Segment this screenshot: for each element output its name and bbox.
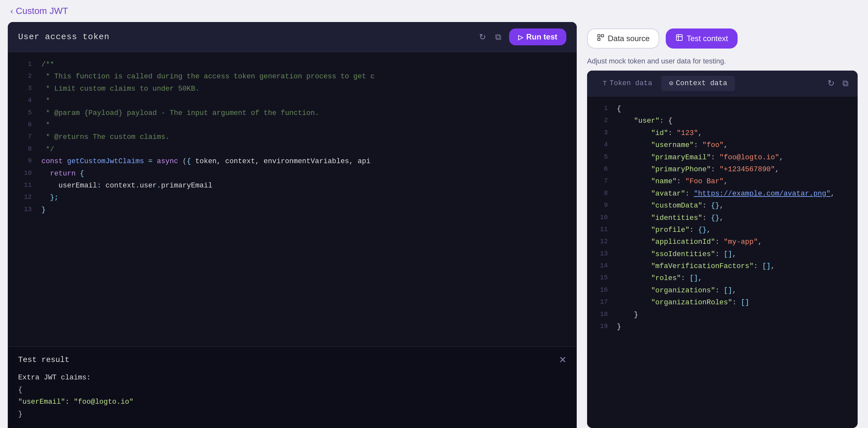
code-line: 5 * @param {Payload} payload - The input… bbox=[8, 107, 577, 119]
context-data-tab[interactable]: ⊙ Context data bbox=[661, 76, 735, 91]
code-line: 12 }; bbox=[8, 192, 577, 204]
right-code-viewer: ⊤ Token data ⊙ Context data ↻ ⧉ bbox=[587, 70, 858, 428]
code-line: 7 * @returns The custom claims. bbox=[8, 131, 577, 143]
json-line: 9 "customData": {}, bbox=[587, 200, 858, 212]
code-line: 13 } bbox=[8, 204, 577, 216]
page-title: Custom JWT bbox=[16, 6, 68, 16]
test-context-button[interactable]: Test context bbox=[666, 29, 738, 49]
editor-title: User access token bbox=[18, 32, 110, 42]
right-header-actions: ↻ ⧉ bbox=[826, 77, 850, 90]
token-data-tab[interactable]: ⊤ Token data bbox=[595, 76, 660, 91]
json-line: 3 "id": "123", bbox=[587, 127, 858, 139]
token-data-label: Token data bbox=[610, 79, 652, 87]
close-test-result-button[interactable]: ✕ bbox=[559, 355, 566, 365]
code-line: 3 * Limit custom claims to under 50KB. bbox=[8, 83, 577, 95]
code-line: 4 * bbox=[8, 95, 577, 107]
context-data-label: Context data bbox=[676, 79, 727, 87]
code-line: 8 */ bbox=[8, 144, 577, 155]
test-result-header: Test result ✕ bbox=[18, 355, 566, 365]
json-line: 14 "mfaVerificationFactors": [], bbox=[587, 260, 858, 272]
token-data-icon: ⊤ bbox=[602, 79, 607, 88]
json-line: 7 "name": "Foo Bar", bbox=[587, 176, 858, 187]
json-line: 15 "roles": [], bbox=[587, 272, 858, 284]
json-line: 2 "user": { bbox=[587, 115, 858, 127]
code-line: 11 userEmail: context.user.primaryEmail bbox=[8, 180, 577, 192]
test-result-title: Test result bbox=[18, 356, 69, 364]
refresh-icon: ↻ bbox=[479, 32, 486, 42]
json-line: 19 } bbox=[587, 321, 858, 333]
json-line: 13 "ssoIdentities": [], bbox=[587, 248, 858, 260]
right-refresh-button[interactable]: ↻ bbox=[826, 77, 836, 90]
right-refresh-icon: ↻ bbox=[828, 78, 835, 88]
json-line: 1 { bbox=[587, 103, 858, 115]
right-copy-button[interactable]: ⧉ bbox=[841, 77, 850, 90]
right-tabs: ⊤ Token data ⊙ Context data bbox=[595, 76, 735, 91]
json-line: 10 "identities": {}, bbox=[587, 212, 858, 224]
editor-actions: ↻ ⧉ Run test bbox=[478, 29, 566, 45]
context-data-icon: ⊙ bbox=[669, 79, 673, 88]
back-chevron-icon: ‹ bbox=[10, 6, 13, 16]
editor-header: User access token ↻ ⧉ Run test bbox=[8, 22, 577, 52]
svg-rect-2 bbox=[601, 35, 603, 37]
data-source-button[interactable]: Data source bbox=[587, 29, 659, 49]
json-line: 5 "primaryEmail": "foo@logto.io", bbox=[587, 152, 858, 163]
right-code-content[interactable]: 1 { 2 "user": { 3 "id": "123", 4 "userna… bbox=[587, 96, 858, 428]
data-source-icon bbox=[597, 34, 604, 43]
play-icon bbox=[518, 32, 523, 41]
code-line: 9 const getCustomJwtClaims = async ({ to… bbox=[8, 155, 577, 167]
run-test-label: Run test bbox=[526, 32, 557, 41]
json-line: 16 "organizations": [], bbox=[587, 284, 858, 297]
adjust-text: Adjust mock token and user data for test… bbox=[587, 54, 858, 70]
json-line: 11 "profile": {}, bbox=[587, 224, 858, 236]
code-line: 6 * bbox=[8, 119, 577, 131]
json-line: 12 "applicationId": "my-app", bbox=[587, 236, 858, 248]
json-line: 8 "avatar": "https://example.com/avatar.… bbox=[587, 188, 858, 200]
json-line: 6 "primaryPhone": "+1234567890", bbox=[587, 163, 858, 176]
top-nav: ‹ Custom JWT bbox=[0, 0, 868, 22]
left-panel: User access token ↻ ⧉ Run test 1 /** bbox=[8, 22, 577, 428]
test-context-icon bbox=[676, 34, 683, 43]
right-panel: Data source Test context Adjust mock tok… bbox=[577, 22, 868, 428]
close-icon: ✕ bbox=[559, 355, 566, 365]
test-result-content: Extra JWT claims: { "userEmail": "foo@lo… bbox=[18, 372, 566, 420]
svg-rect-0 bbox=[598, 35, 600, 37]
refresh-button[interactable]: ↻ bbox=[478, 31, 487, 43]
json-line: 17 "organizationRoles": [] bbox=[587, 297, 858, 309]
copy-button[interactable]: ⧉ bbox=[494, 31, 503, 43]
code-line: 10 return { bbox=[8, 168, 577, 180]
test-result-panel: Test result ✕ Extra JWT claims: { "userE… bbox=[8, 346, 577, 428]
right-code-header: ⊤ Token data ⊙ Context data ↻ ⧉ bbox=[587, 70, 858, 96]
svg-rect-1 bbox=[598, 38, 600, 40]
code-line: 1 /** bbox=[8, 59, 577, 70]
back-link[interactable]: ‹ Custom JWT bbox=[10, 6, 68, 16]
code-line: 2 * This function is called during the a… bbox=[8, 70, 577, 83]
code-editor[interactable]: 1 /** 2 * This function is called during… bbox=[8, 52, 577, 346]
run-test-button[interactable]: Run test bbox=[509, 29, 566, 45]
right-copy-icon: ⧉ bbox=[842, 78, 848, 88]
data-source-label: Data source bbox=[608, 34, 650, 43]
right-panel-header: Data source Test context bbox=[587, 22, 858, 54]
test-context-label: Test context bbox=[686, 34, 728, 43]
main-content: User access token ↻ ⧉ Run test 1 /** bbox=[0, 22, 868, 428]
json-line: 18 } bbox=[587, 309, 858, 321]
copy-icon: ⧉ bbox=[495, 32, 501, 42]
json-line: 4 "username": "foo", bbox=[587, 139, 858, 151]
